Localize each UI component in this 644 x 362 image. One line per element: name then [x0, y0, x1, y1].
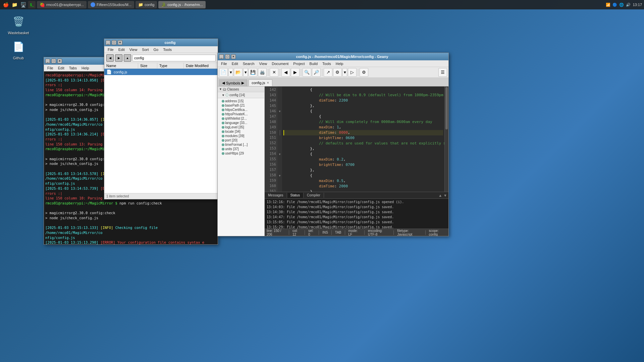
geany-save-btn[interactable]: 💾: [249, 68, 257, 77]
taskbar-tab-2[interactable]: Fifteen15Studios/M...: [88, 1, 134, 8]
terminal-menu-edit[interactable]: Edit: [56, 65, 66, 71]
desktop-icon-github[interactable]: 📄 Github: [7, 39, 30, 60]
geany-menu-file[interactable]: File: [219, 61, 229, 66]
geany-compile-btn[interactable]: ⚙: [333, 68, 342, 77]
geany-menu-build[interactable]: Build: [308, 61, 320, 66]
fm-menu-file[interactable]: File: [106, 47, 116, 52]
geany-minimize-btn[interactable]: _: [219, 54, 224, 59]
fm-col-type[interactable]: Type: [157, 63, 184, 68]
fm-forward-btn[interactable]: ▶: [115, 54, 122, 62]
fm-menu-edit[interactable]: Edit: [116, 47, 127, 52]
terminal-minimize-btn[interactable]: _: [45, 59, 50, 63]
symbol-ipwhitelist[interactable]: ipWhitelist [2...: [218, 116, 264, 121]
geany-menu-document[interactable]: Document: [270, 61, 290, 66]
statusbar-filetype: filetype: Javascript: [397, 229, 422, 236]
taskbar-terminal-icon[interactable]: 🖥️: [19, 1, 27, 8]
geany-find-btn[interactable]: 🔍: [303, 68, 311, 77]
fm-close-btn[interactable]: ✕: [118, 40, 122, 45]
fm-menu-view[interactable]: View: [127, 47, 140, 52]
symbol-language[interactable]: language [33...: [218, 121, 264, 125]
symbol-httpsprivate[interactable]: httpsPrivateK...: [218, 112, 264, 116]
symbols-tab-btn[interactable]: ◀ Symbols ▶: [219, 79, 247, 86]
config-tree-icon: ▼: [222, 94, 225, 97]
fm-col-size[interactable]: Size: [138, 63, 157, 68]
geany-scrollbar[interactable]: [444, 86, 448, 192]
symbol-address[interactable]: address [15]: [218, 99, 264, 103]
geany-menu-tools[interactable]: Tools: [320, 61, 333, 66]
terminal-menu-help[interactable]: Help: [79, 65, 91, 71]
geany-messages-tab[interactable]: Messages: [265, 193, 287, 198]
terminal-close-btn[interactable]: ✕: [57, 59, 62, 63]
symbol-locale[interactable]: locale [34]: [218, 129, 264, 134]
symbol-loglevel[interactable]: logLevel [35]: [218, 125, 264, 129]
symbol-usehttps[interactable]: useHttps [29: [218, 151, 264, 156]
fm-back-btn[interactable]: ◀: [106, 54, 114, 62]
code-lines[interactable]: { // Will be dim to 0.9 (default level) …: [282, 86, 444, 192]
code-editor[interactable]: 142 143 144 145 146 147 148 149 150 151 …: [265, 86, 448, 236]
terminal-menu-file[interactable]: File: [45, 65, 55, 71]
geany-close-file-btn[interactable]: ✕: [270, 68, 278, 77]
taskbar-tab-3[interactable]: 📁 config: [136, 1, 157, 8]
geany-redo-btn[interactable]: ▶: [291, 68, 300, 77]
symbol-port[interactable]: port [20]: [218, 138, 264, 142]
statusbar-ins: INS: [322, 231, 328, 234]
fm-menu-go[interactable]: Go: [152, 47, 161, 52]
geany-menu-search[interactable]: Search: [241, 61, 257, 66]
geany-build-dropdown-btn[interactable]: ▾: [342, 68, 347, 77]
geany-log-content: 13:12:16: File /home/rmco01/MagicMirror/…: [265, 199, 448, 229]
geany-new-dropdown-btn[interactable]: ▾: [228, 68, 233, 77]
geany-new-btn[interactable]: 📄: [219, 68, 228, 77]
fm-minimize-btn[interactable]: _: [106, 40, 110, 45]
terminal-maximize-btn[interactable]: □: [51, 59, 56, 63]
geany-status-tab[interactable]: Status: [287, 193, 304, 198]
geany-menu-edit[interactable]: Edit: [230, 61, 240, 66]
taskbar-tab-4[interactable]: 🐊 config.js - /home/rm...: [158, 1, 206, 8]
geany-bottom-up-btn[interactable]: ▲: [438, 193, 442, 197]
fm-menu-sort[interactable]: Sort: [140, 47, 151, 52]
code-line-148: // Will dim completely from 0000am-0600a…: [283, 119, 443, 125]
symbol-httpscert[interactable]: httpsCertifica...: [218, 108, 264, 112]
symbol-timeformat[interactable]: timeFormat [...]: [218, 142, 264, 147]
taskbar-apple-icon[interactable]: 🍎: [2, 1, 9, 8]
symbol-modules[interactable]: modules [39]: [218, 134, 264, 138]
fm-col-name[interactable]: Name: [104, 63, 138, 68]
taskbar-shell-icon[interactable]: $_: [28, 1, 36, 8]
fm-item-configjs[interactable]: 📄 config.js: [104, 69, 218, 75]
fm-col-date[interactable]: Date Modified: [184, 63, 218, 68]
geany-menu-project[interactable]: Project: [291, 61, 307, 66]
geany-jump-btn[interactable]: ↗: [324, 68, 332, 77]
geany-menu-toggle-btn[interactable]: ☰: [438, 68, 447, 77]
toolbar-sep-1: [268, 69, 268, 76]
taskbar-files-icon[interactable]: 📁: [11, 1, 18, 8]
geany-findnext-btn[interactable]: 🔎: [312, 68, 321, 77]
terminal-menu-tabs[interactable]: Tabs: [67, 65, 79, 71]
geany-compiler-tab[interactable]: Compiler: [304, 193, 324, 198]
geany-open-dropdown-btn[interactable]: ▾: [243, 68, 248, 77]
geany-menu-help[interactable]: Help: [334, 61, 345, 66]
geany-tab-configjs[interactable]: config.js ✕: [249, 79, 272, 86]
geany-content-area: ▼ 🗂 Classes ▼ ⬡ config [14] address [15]: [218, 86, 448, 236]
geany-prefs-btn[interactable]: ⚙: [360, 68, 368, 77]
desktop-icon-wastebasket[interactable]: 🗑️ Wastebasket: [7, 13, 30, 35]
taskbar-tab-1[interactable]: 🍓 rmco01@raspberrypi...: [37, 1, 87, 8]
fm-menu-tools[interactable]: Tools: [161, 47, 174, 52]
symbol-basepath[interactable]: basePath [21: [218, 103, 264, 108]
geany-saveall-btn[interactable]: 🖨️: [258, 68, 267, 77]
geany-menu-view[interactable]: View: [257, 61, 269, 66]
geany-bottom-panel: Messages Status Compiler ▲ ▼ 13:12:16: F…: [265, 192, 448, 229]
taskbar-tab-2-label: Fifteen15Studios/M...: [97, 3, 131, 7]
filemanager-titlebar[interactable]: _ □ ✕ config: [104, 39, 218, 46]
fm-maximize-btn[interactable]: □: [112, 40, 116, 45]
geany-run-btn[interactable]: ▷: [348, 68, 357, 77]
geany-titlebar[interactable]: _ □ ✕ config.js - /home/rmco01/MagicMirr…: [218, 53, 448, 60]
symbol-units[interactable]: units [37]: [218, 147, 264, 151]
fm-address-bar[interactable]: [132, 55, 216, 61]
geany-bottom-down-btn[interactable]: ▼: [443, 193, 447, 197]
geany-open-btn[interactable]: 📂: [234, 68, 243, 77]
geany-close-btn[interactable]: ✕: [231, 54, 236, 59]
geany-undo-btn[interactable]: ◀: [281, 68, 290, 77]
geany-maximize-btn[interactable]: □: [225, 54, 230, 59]
fm-up-btn[interactable]: ▲: [124, 54, 131, 62]
geany-tab-close-btn[interactable]: ✕: [267, 81, 269, 84]
config-tree-item[interactable]: ▼ ⬡ config [14]: [218, 92, 264, 98]
